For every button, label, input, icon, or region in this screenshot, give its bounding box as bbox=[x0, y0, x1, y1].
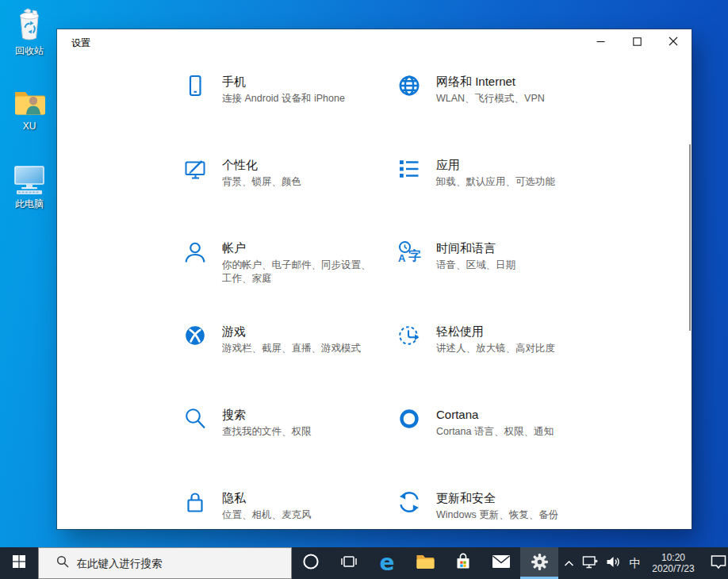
desktop-icon-this-pc[interactable]: 此电脑 bbox=[0, 163, 59, 211]
speaker-icon bbox=[606, 555, 621, 572]
tile-subtitle: 卸载、默认应用、可选功能 bbox=[436, 175, 555, 189]
edge-button[interactable]: e bbox=[368, 547, 406, 579]
network-tray-button[interactable] bbox=[579, 547, 602, 579]
settings-tile-cortana[interactable]: Cortana Cortana 语言、权限、通知 bbox=[392, 406, 606, 489]
phone-icon bbox=[178, 73, 213, 98]
volume-tray-button[interactable] bbox=[602, 547, 625, 579]
tile-title: 搜索 bbox=[222, 407, 312, 422]
tile-title: Cortana bbox=[436, 407, 554, 422]
privacy-lock-icon bbox=[178, 489, 213, 514]
file-explorer-icon bbox=[416, 554, 435, 573]
settings-taskbar-button[interactable] bbox=[520, 547, 558, 579]
search-icon bbox=[48, 555, 77, 571]
tile-subtitle: 背景、锁屏、颜色 bbox=[222, 175, 301, 189]
maximize-icon bbox=[633, 35, 642, 49]
settings-window: 设置 bbox=[57, 29, 692, 529]
gear-icon bbox=[531, 553, 549, 574]
task-view-icon bbox=[340, 553, 358, 573]
ease-of-access-icon bbox=[392, 323, 427, 347]
tile-subtitle: WLAN、飞行模式、VPN bbox=[436, 92, 545, 105]
update-security-icon bbox=[392, 489, 427, 514]
tile-title: 手机 bbox=[222, 74, 345, 89]
tray-overflow-button[interactable] bbox=[558, 547, 579, 579]
windows-logo-icon bbox=[13, 555, 25, 571]
settings-tile-time-language[interactable]: A 字 时间和语言 语音、区域、日期 bbox=[392, 240, 606, 323]
window-scrollbar-thumb[interactable] bbox=[689, 144, 691, 331]
close-button[interactable] bbox=[655, 29, 692, 55]
mail-icon bbox=[491, 554, 512, 573]
ime-indicator[interactable]: 中 bbox=[625, 547, 646, 579]
close-icon bbox=[669, 35, 678, 49]
desktop-icon-recycle-bin[interactable]: 回收站 bbox=[0, 6, 59, 58]
settings-tile-gaming[interactable]: 游戏 游戏栏、截屏、直播、游戏模式 bbox=[178, 323, 392, 406]
settings-tile-personalization[interactable]: 个性化 背景、锁屏、颜色 bbox=[178, 156, 392, 240]
tile-subtitle: 语音、区域、日期 bbox=[436, 259, 515, 272]
tile-title: 时间和语言 bbox=[436, 240, 515, 255]
network-globe-icon bbox=[392, 73, 427, 98]
taskbar: e bbox=[0, 547, 728, 579]
time-language-icon: A 字 bbox=[392, 240, 427, 264]
cortana-button[interactable] bbox=[292, 547, 330, 579]
cortana-circle-icon bbox=[302, 553, 320, 573]
tile-title: 网络和 Internet bbox=[436, 74, 545, 89]
tile-subtitle: 你的帐户、电子邮件、同步设置、工作、家庭 bbox=[222, 259, 371, 286]
settings-tile-phone[interactable]: 手机 连接 Android 设备和 iPhone bbox=[178, 73, 392, 156]
clock-date: 2020/7/23 bbox=[652, 563, 694, 574]
tile-subtitle: 位置、相机、麦克风 bbox=[222, 508, 312, 522]
minimize-button[interactable] bbox=[582, 29, 619, 55]
chevron-up-icon bbox=[564, 556, 574, 570]
tile-title: 更新和安全 bbox=[436, 490, 558, 505]
tile-subtitle: 连接 Android 设备和 iPhone bbox=[222, 92, 345, 105]
tile-subtitle: 讲述人、放大镜、高对比度 bbox=[436, 342, 555, 355]
file-explorer-button[interactable] bbox=[406, 547, 444, 579]
svg-text:字: 字 bbox=[408, 248, 421, 263]
window-title: 设置 bbox=[71, 36, 90, 50]
tile-subtitle: Cortana 语言、权限、通知 bbox=[436, 425, 554, 439]
window-titlebar[interactable]: 设置 bbox=[57, 29, 692, 55]
settings-tile-ease-of-access[interactable]: 轻松使用 讲述人、放大镜、高对比度 bbox=[392, 323, 606, 406]
store-icon bbox=[454, 552, 473, 574]
clock-time: 10:20 bbox=[661, 552, 685, 563]
accounts-icon bbox=[178, 240, 213, 264]
desktop-icon-label: XU bbox=[0, 121, 59, 132]
desktop: 回收站 XU bbox=[0, 0, 728, 579]
edge-icon: e bbox=[380, 552, 395, 574]
tile-title: 个性化 bbox=[222, 157, 301, 172]
network-icon bbox=[582, 554, 599, 573]
recycle-bin-icon bbox=[0, 6, 59, 43]
taskbar-search-box[interactable] bbox=[38, 547, 292, 579]
apps-icon bbox=[392, 156, 427, 181]
search-category-icon bbox=[178, 406, 213, 431]
mail-button[interactable] bbox=[482, 547, 520, 579]
search-input[interactable] bbox=[77, 558, 283, 569]
minimize-icon bbox=[596, 35, 605, 49]
svg-text:A: A bbox=[398, 252, 406, 264]
tile-title: 轻松使用 bbox=[436, 324, 555, 339]
desktop-icon-label: 回收站 bbox=[0, 44, 59, 58]
action-center-icon bbox=[710, 554, 727, 573]
desktop-icon-user-folder[interactable]: XU bbox=[0, 86, 59, 132]
taskbar-clock[interactable]: 10:20 2020/7/23 bbox=[646, 547, 701, 579]
desktop-icon-label: 此电脑 bbox=[0, 197, 59, 211]
settings-tile-network[interactable]: 网络和 Internet WLAN、飞行模式、VPN bbox=[392, 73, 606, 156]
tile-title: 游戏 bbox=[222, 324, 361, 339]
tile-subtitle: 游戏栏、截屏、直播、游戏模式 bbox=[222, 342, 361, 355]
gaming-icon bbox=[178, 323, 213, 347]
settings-category-grid: 手机 连接 Android 设备和 iPhone 网络和 Internet WL… bbox=[178, 73, 622, 573]
tile-subtitle: 查找我的文件、权限 bbox=[222, 425, 312, 439]
tile-title: 帐户 bbox=[222, 240, 371, 255]
this-pc-icon bbox=[0, 163, 59, 196]
user-folder-icon bbox=[0, 86, 59, 119]
maximize-button[interactable] bbox=[619, 29, 655, 55]
settings-tile-search[interactable]: 搜索 查找我的文件、权限 bbox=[178, 406, 392, 489]
tile-title: 隐私 bbox=[222, 490, 312, 505]
task-view-button[interactable] bbox=[330, 547, 368, 579]
store-button[interactable] bbox=[444, 547, 482, 579]
settings-tile-apps[interactable]: 应用 卸载、默认应用、可选功能 bbox=[392, 156, 606, 240]
action-center-button[interactable] bbox=[701, 547, 728, 579]
personalization-icon bbox=[178, 156, 213, 181]
cortana-icon bbox=[392, 406, 427, 431]
start-button[interactable] bbox=[0, 547, 38, 579]
settings-tile-accounts[interactable]: 帐户 你的帐户、电子邮件、同步设置、工作、家庭 bbox=[178, 240, 392, 323]
tile-title: 应用 bbox=[436, 157, 555, 172]
